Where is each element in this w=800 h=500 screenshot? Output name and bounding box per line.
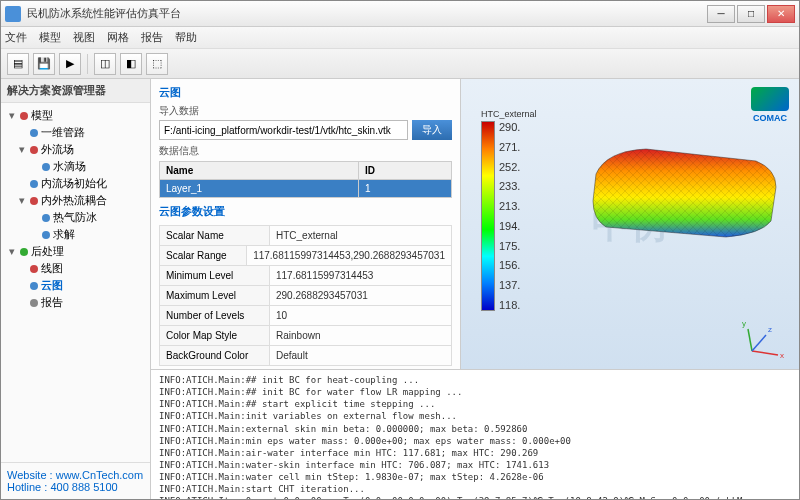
svg-line-1 <box>748 329 752 351</box>
tree-node[interactable]: 线图 <box>5 260 146 277</box>
run-icon[interactable]: ▶ <box>59 53 81 75</box>
sidebar-footer: Website : www.CnTech.com Hotline : 400 8… <box>1 462 150 499</box>
colorbar-tick: 290. <box>499 121 520 133</box>
axis-triad: x y z <box>744 319 784 359</box>
tree-node[interactable]: 求解 <box>5 226 146 243</box>
param-row[interactable]: BackGround ColorDefault <box>159 345 452 366</box>
colorbar-tick: 175. <box>499 240 520 252</box>
mesh-render <box>581 139 781 249</box>
logo: COMAC <box>751 87 789 123</box>
colorbar-tick: 213. <box>499 200 520 212</box>
console-log[interactable]: INFO:ATICH.Main:## init BC for heat-coup… <box>151 369 799 499</box>
param-row[interactable]: Minimum Level117.68115997314453 <box>159 265 452 286</box>
layer-table[interactable]: NameID Layer_11 <box>159 161 452 198</box>
minimize-button[interactable]: ─ <box>707 5 735 23</box>
toolbar: ▤ 💾 ▶ ◫ ◧ ⬚ <box>1 49 799 79</box>
data-label: 数据信息 <box>159 144 452 158</box>
sidebar-header: 解决方案资源管理器 <box>1 79 150 103</box>
app-icon <box>5 6 21 22</box>
colorbar-tick: 252. <box>499 161 520 173</box>
colorbar-tick: 137. <box>499 279 520 291</box>
colorbar-tick: 118. <box>499 299 520 311</box>
logo-text: COMAC <box>751 113 789 123</box>
tree-node[interactable]: 热气防冰 <box>5 209 146 226</box>
cube-icon[interactable]: ◫ <box>94 53 116 75</box>
tree-node[interactable]: 水滴场 <box>5 158 146 175</box>
params-title: 云图参数设置 <box>159 204 452 219</box>
save-icon[interactable]: 💾 <box>33 53 55 75</box>
table-row[interactable]: Layer_11 <box>160 180 452 198</box>
app-window: 民机防冰系统性能评估仿真平台 ─ □ ✕ 文件模型视图网格报告帮助 ▤ 💾 ▶ … <box>0 0 800 500</box>
footer-website: Website : www.CnTech.com <box>7 469 144 481</box>
tree-node[interactable]: ▾外流场 <box>5 141 146 158</box>
tree-node[interactable]: ▾后处理 <box>5 243 146 260</box>
cube2-icon[interactable]: ◧ <box>120 53 142 75</box>
viewport-3d[interactable]: 中仿 COMAC HTC_external 290.271.252.233.21… <box>461 79 799 369</box>
svg-line-0 <box>752 351 778 355</box>
param-row[interactable]: Scalar Range117.68115997314453,290.26882… <box>159 245 452 266</box>
cube3-icon[interactable]: ⬚ <box>146 53 168 75</box>
colorbar-tick: 233. <box>499 180 520 192</box>
colorbar: HTC_external 290.271.252.233.213.194.175… <box>481 109 537 311</box>
tree-node[interactable]: ▾内外热流耦合 <box>5 192 146 209</box>
path-input[interactable] <box>159 120 408 140</box>
titlebar: 民机防冰系统性能评估仿真平台 ─ □ ✕ <box>1 1 799 27</box>
logo-icon <box>751 87 789 111</box>
footer-hotline: Hotline : 400 888 5100 <box>7 481 144 493</box>
sidebar: 解决方案资源管理器 ▾模型一维管路▾外流场水滴场内流场初始化▾内外热流耦合热气防… <box>1 79 151 499</box>
tree-node[interactable]: 一维管路 <box>5 124 146 141</box>
param-row[interactable]: Scalar NameHTC_external <box>159 225 452 246</box>
menu-模型[interactable]: 模型 <box>39 30 61 45</box>
colorbar-tick: 194. <box>499 220 520 232</box>
colorbar-gradient <box>481 121 495 311</box>
maximize-button[interactable]: □ <box>737 5 765 23</box>
colorbar-title: HTC_external <box>481 109 537 119</box>
menu-视图[interactable]: 视图 <box>73 30 95 45</box>
param-row[interactable]: Maximum Level290.2688293457031 <box>159 285 452 306</box>
tree-node[interactable]: 云图 <box>5 277 146 294</box>
window-title: 民机防冰系统性能评估仿真平台 <box>27 6 707 21</box>
param-row[interactable]: Number of Levels10 <box>159 305 452 326</box>
tree-node[interactable]: 内流场初始化 <box>5 175 146 192</box>
menu-报告[interactable]: 报告 <box>141 30 163 45</box>
colorbar-tick: 271. <box>499 141 520 153</box>
panel-title: 云图 <box>159 85 452 100</box>
param-row[interactable]: Color Map StyleRainbown <box>159 325 452 346</box>
form-panel: 云图 导入数据 导入 数据信息 NameID Layer_11 云图参数设置 S… <box>151 79 461 369</box>
solution-tree[interactable]: ▾模型一维管路▾外流场水滴场内流场初始化▾内外热流耦合热气防冰求解▾后处理线图云… <box>1 103 150 462</box>
colorbar-tick: 156. <box>499 259 520 271</box>
tree-node[interactable]: ▾模型 <box>5 107 146 124</box>
menu-文件[interactable]: 文件 <box>5 30 27 45</box>
close-button[interactable]: ✕ <box>767 5 795 23</box>
tree-node[interactable]: 报告 <box>5 294 146 311</box>
new-icon[interactable]: ▤ <box>7 53 29 75</box>
svg-line-2 <box>752 335 766 351</box>
import-button[interactable]: 导入 <box>412 120 452 140</box>
import-label: 导入数据 <box>159 104 452 118</box>
menubar: 文件模型视图网格报告帮助 <box>1 27 799 49</box>
menu-网格[interactable]: 网格 <box>107 30 129 45</box>
menu-帮助[interactable]: 帮助 <box>175 30 197 45</box>
